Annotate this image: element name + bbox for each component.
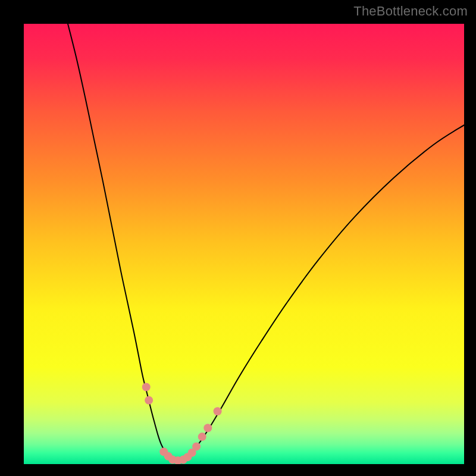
marker-dot	[192, 442, 201, 450]
chart-frame: TheBottleneck.com	[0, 0, 476, 476]
series-left-branch	[68, 24, 174, 462]
marker-dot	[203, 424, 212, 432]
marker-dot	[145, 396, 153, 405]
chart-svg	[24, 24, 464, 464]
marker-dot	[142, 383, 151, 392]
series-right-branch	[182, 125, 464, 462]
watermark-text: TheBottleneck.com	[353, 4, 468, 19]
plot-area	[24, 24, 464, 464]
marker-dot	[198, 433, 206, 441]
marker-dot	[214, 407, 222, 415]
